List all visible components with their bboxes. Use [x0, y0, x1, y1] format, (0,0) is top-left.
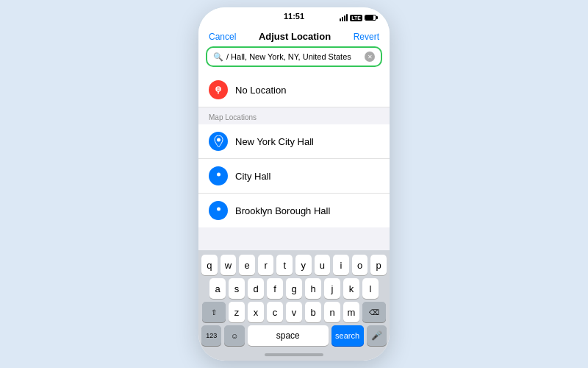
shift-key[interactable]: ⇧: [202, 302, 226, 322]
status-time: 11:51: [284, 12, 304, 21]
cancel-button[interactable]: Cancel: [209, 32, 236, 42]
search-container: 🔍 / Hall, New York, NY, United States ✕: [198, 46, 390, 73]
location-name: City Hall: [235, 171, 270, 182]
no-location-row[interactable]: No Location: [198, 73, 390, 107]
list-item[interactable]: New York City Hall: [198, 124, 390, 159]
key-r[interactable]: r: [258, 255, 274, 275]
search-clear-button[interactable]: ✕: [365, 52, 375, 62]
list-item[interactable]: City Hall: [198, 159, 390, 194]
key-d[interactable]: d: [248, 278, 264, 299]
key-l[interactable]: l: [362, 278, 379, 299]
keyboard-bottom-row: 123 ☺ space search 🎤: [201, 325, 387, 346]
key-p[interactable]: p: [370, 255, 387, 275]
numbers-key[interactable]: 123: [201, 325, 221, 346]
list-area: No Location Map Locations New York City …: [198, 73, 390, 250]
revert-button[interactable]: Revert: [354, 32, 379, 42]
keyboard-row-3: ⇧ z x c v b n m ⌫: [201, 302, 387, 322]
location-pin-icon: [209, 166, 228, 185]
key-k[interactable]: k: [343, 278, 359, 299]
key-g[interactable]: g: [286, 278, 302, 299]
search-key[interactable]: search: [331, 325, 364, 346]
key-e[interactable]: e: [239, 255, 255, 275]
mic-key[interactable]: 🎤: [367, 325, 387, 346]
key-y[interactable]: y: [295, 255, 312, 275]
keyboard: q w e r t y u i o p a s d f g h j k l ⇧ …: [198, 250, 390, 349]
status-icons: LTE: [340, 14, 376, 21]
key-f[interactable]: f: [267, 278, 283, 299]
page-title: Adjust Location: [259, 31, 331, 42]
key-h[interactable]: h: [305, 278, 321, 299]
location-pin-icon: [209, 201, 228, 220]
key-o[interactable]: o: [352, 255, 368, 275]
key-j[interactable]: j: [324, 278, 340, 299]
space-key[interactable]: space: [248, 325, 329, 346]
location-name: New York City Hall: [235, 136, 314, 147]
map-locations-header: Map Locations: [198, 107, 390, 124]
no-location-label: No Location: [235, 85, 286, 96]
keyboard-row-1: q w e r t y u i o p: [201, 255, 387, 275]
delete-key[interactable]: ⌫: [362, 302, 386, 322]
battery-icon: [365, 15, 376, 21]
key-i[interactable]: i: [333, 255, 349, 275]
location-pin-icon: [209, 132, 228, 151]
key-b[interactable]: b: [305, 302, 321, 322]
key-x[interactable]: x: [248, 302, 264, 322]
key-a[interactable]: a: [209, 278, 226, 299]
status-bar: 11:51 LTE: [198, 7, 390, 28]
nav-bar: Cancel Adjust Location Revert: [198, 28, 390, 46]
phone-frame: 11:51 LTE Cancel Adjust Location Revert …: [198, 7, 390, 361]
search-bar[interactable]: 🔍 / Hall, New York, NY, United States ✕: [206, 46, 382, 67]
key-q[interactable]: q: [201, 255, 218, 275]
signal-bars-icon: [340, 14, 348, 21]
key-n[interactable]: n: [324, 302, 340, 322]
key-v[interactable]: v: [286, 302, 302, 322]
no-location-icon: [209, 80, 228, 99]
svg-point-3: [217, 138, 220, 142]
key-c[interactable]: c: [267, 302, 283, 322]
key-s[interactable]: s: [229, 278, 245, 299]
home-bar: [265, 353, 323, 356]
key-z[interactable]: z: [229, 302, 245, 322]
home-indicator: [198, 349, 390, 361]
key-m[interactable]: m: [343, 302, 359, 322]
svg-point-5: [217, 208, 220, 211]
location-name: Brooklyn Borough Hall: [235, 205, 330, 216]
search-icon: 🔍: [213, 52, 223, 62]
key-u[interactable]: u: [315, 255, 331, 275]
keyboard-row-2: a s d f g h j k l: [201, 278, 387, 299]
list-item[interactable]: Brooklyn Borough Hall: [198, 194, 390, 227]
key-w[interactable]: w: [220, 255, 237, 275]
map-locations-list: New York City Hall City Hall Brooklyn Bo…: [198, 124, 390, 227]
lte-badge: LTE: [350, 15, 362, 21]
svg-point-4: [217, 173, 220, 177]
key-t[interactable]: t: [276, 255, 293, 275]
emoji-key[interactable]: ☺: [224, 325, 244, 346]
search-input[interactable]: / Hall, New York, NY, United States: [226, 52, 362, 61]
